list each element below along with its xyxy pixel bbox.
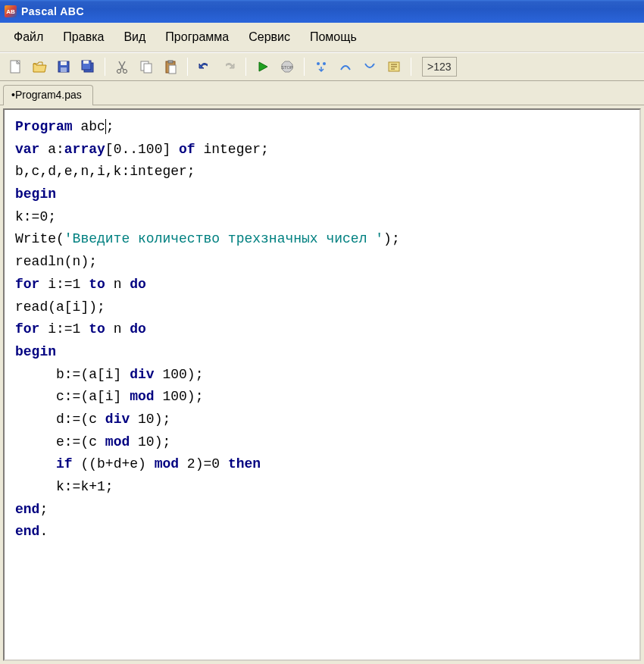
code-text: ((b+d+e)	[73, 456, 155, 471]
goto-line-field[interactable]: >123	[422, 57, 457, 77]
svg-rect-6	[83, 61, 89, 64]
kw-do: do	[130, 277, 146, 292]
code-text: ;	[39, 502, 48, 517]
svg-point-17	[323, 62, 326, 65]
kw-div: div	[130, 367, 154, 382]
step-over-button[interactable]	[335, 56, 356, 77]
separator	[245, 58, 246, 76]
svg-rect-2	[61, 61, 67, 65]
code-editor[interactable]: Program abc; var a:array[0..100] of inte…	[3, 108, 641, 661]
code-text: 100);	[155, 367, 204, 382]
separator	[304, 58, 305, 76]
code-text: n	[105, 277, 130, 292]
kw-var: var	[15, 142, 39, 157]
window-title: Pascal ABC	[21, 5, 84, 17]
stop-button[interactable]: STOP	[277, 56, 298, 77]
run-button[interactable]	[252, 56, 274, 77]
menu-program[interactable]: Программа	[158, 27, 236, 47]
code-text: Write(	[15, 231, 64, 246]
undo-button[interactable]	[194, 56, 215, 77]
tab-program4[interactable]: •Program4.pas	[3, 85, 93, 105]
code-text: readln(n);	[15, 254, 97, 269]
save-all-button[interactable]	[77, 56, 98, 77]
code-text: e:=(c	[15, 434, 105, 449]
svg-rect-10	[144, 64, 152, 73]
kw-of: of	[179, 142, 195, 157]
code-text: b:=(a[i]	[15, 367, 130, 382]
menu-help[interactable]: Помощь	[302, 27, 364, 47]
breakpoint-button[interactable]	[383, 56, 405, 77]
kw-for: for	[15, 321, 39, 337]
kw-then: then	[228, 456, 261, 471]
open-file-button[interactable]	[29, 56, 50, 77]
menu-service[interactable]: Сервис	[241, 27, 298, 47]
code-text: 10);	[130, 434, 170, 449]
new-file-button[interactable]	[5, 56, 26, 77]
code-text: .	[39, 524, 48, 539]
paste-button[interactable]	[160, 56, 181, 77]
titlebar: AB Pascal ABC	[0, 0, 644, 23]
code-text: i:=1	[39, 321, 89, 337]
code-text: 10);	[130, 412, 170, 427]
separator	[187, 58, 188, 76]
toolbar: STOP >123	[0, 52, 644, 81]
copy-button[interactable]	[136, 56, 157, 77]
svg-point-7	[117, 70, 121, 74]
menu-view[interactable]: Вид	[116, 27, 153, 47]
code-text: );	[383, 231, 400, 246]
code-text	[15, 456, 56, 471]
editor-wrap: Program abc; var a:array[0..100] of inte…	[0, 105, 644, 664]
separator	[105, 58, 105, 76]
kw-div: div	[105, 412, 130, 427]
kw-mod: mod	[130, 389, 154, 404]
code-text: abc	[73, 119, 105, 134]
svg-text:STOP: STOP	[281, 65, 293, 70]
kw-mod: mod	[105, 434, 130, 449]
kw-end: end	[15, 502, 39, 517]
app-window: AB Pascal ABC Файл Правка Вид Программа …	[0, 0, 644, 664]
code-text: b,c,d,e,n,i,k:integer;	[15, 164, 195, 179]
svg-rect-13	[169, 65, 176, 74]
code-string: 'Введите количество трехзначных чисел '	[64, 231, 383, 246]
kw-to: to	[89, 321, 105, 337]
tabbar: •Program4.pas	[0, 81, 644, 105]
code-text: ;	[106, 119, 114, 134]
redo-button[interactable]	[218, 56, 239, 77]
code-text: 2)=0	[179, 456, 228, 471]
kw-to: to	[89, 277, 105, 292]
code-text: read(a[i]);	[15, 299, 105, 315]
svg-point-16	[317, 62, 320, 65]
kw-do: do	[130, 321, 146, 337]
kw-begin: begin	[15, 344, 56, 359]
code-text: k:=k+1;	[15, 479, 114, 494]
code-text: 100);	[155, 389, 204, 404]
svg-rect-12	[168, 61, 173, 63]
kw-begin: begin	[15, 186, 56, 202]
kw-if: if	[56, 456, 73, 471]
code-text: k:=0;	[15, 209, 56, 224]
step-out-button[interactable]	[359, 56, 380, 77]
svg-point-8	[123, 70, 127, 74]
kw-program: Program	[15, 119, 73, 134]
app-icon: AB	[5, 5, 17, 17]
code-text: [0..100]	[105, 142, 179, 157]
step-into-button[interactable]	[311, 56, 332, 77]
code-text: n	[105, 321, 130, 337]
kw-array: array	[64, 142, 105, 157]
svg-rect-3	[61, 67, 67, 72]
code-text: c:=(a[i]	[15, 389, 130, 404]
code-text: a:	[39, 142, 64, 157]
kw-for: for	[15, 277, 39, 292]
code-text: integer;	[195, 142, 269, 157]
save-button[interactable]	[53, 56, 74, 77]
menubar: Файл Правка Вид Программа Сервис Помощь	[0, 23, 644, 52]
kw-mod: mod	[155, 456, 179, 471]
menu-file[interactable]: Файл	[6, 27, 51, 47]
kw-end: end	[15, 524, 39, 539]
menu-edit[interactable]: Правка	[55, 27, 111, 47]
cut-button[interactable]	[111, 56, 133, 77]
code-text: d:=(c	[15, 412, 105, 427]
separator	[411, 58, 411, 76]
code-text: i:=1	[39, 277, 89, 292]
